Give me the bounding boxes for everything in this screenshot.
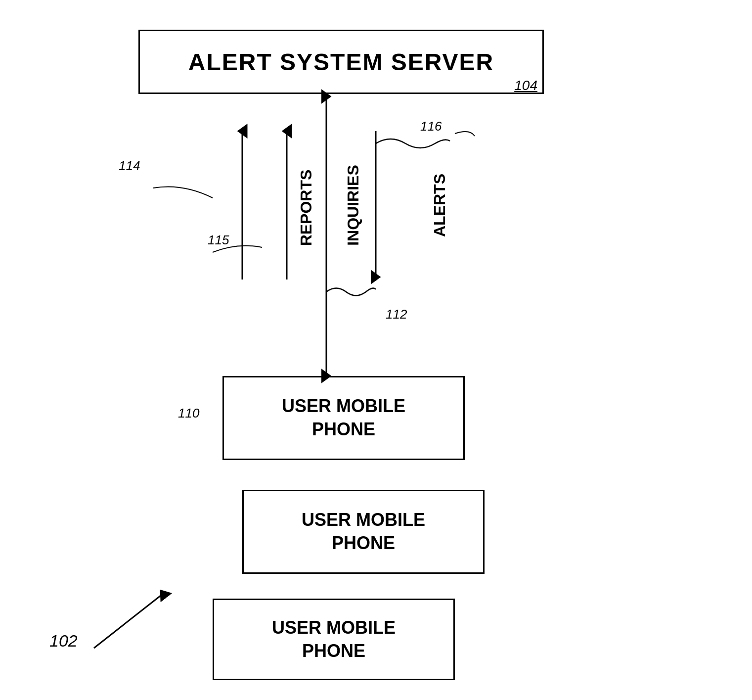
reports-text-label: REPORTS — [297, 170, 315, 246]
wavy-line-116 — [376, 139, 450, 148]
phone-box-3-label: USER MOBILEPHONE — [272, 616, 396, 663]
ref-102-arrow — [94, 594, 163, 648]
ref-114: 114 — [119, 158, 140, 174]
ref-line-114 — [153, 187, 213, 198]
ref-116: 116 — [420, 119, 442, 134]
diagram-container: REPORTS INQUIRIES ALERTS ALERT SYSTEM SE… — [0, 0, 752, 700]
phone-box-1-label: USER MOBILEPHONE — [282, 395, 405, 441]
wavy-line-112 — [326, 288, 376, 295]
alerts-text-label: ALERTS — [431, 174, 448, 237]
server-label: ALERT SYSTEM SERVER — [188, 48, 494, 76]
ref-104-label: 104 — [514, 78, 537, 93]
ref-line-116 — [455, 132, 475, 136]
server-box: ALERT SYSTEM SERVER 104 — [138, 30, 544, 94]
phone-box-3: USER MOBILEPHONE — [213, 599, 455, 680]
ref-115: 115 — [208, 233, 229, 248]
ref-110: 110 — [178, 406, 199, 421]
ref-102: 102 — [49, 631, 78, 651]
inquiries-text-label: INQUIRIES — [344, 165, 362, 246]
ref-112: 112 — [386, 307, 407, 322]
phone-box-1: USER MOBILEPHONE — [222, 376, 465, 460]
phone-box-2: USER MOBILEPHONE — [242, 490, 485, 574]
phone-box-2-label: USER MOBILEPHONE — [302, 509, 425, 555]
diagram-svg: REPORTS INQUIRIES ALERTS — [0, 0, 752, 700]
